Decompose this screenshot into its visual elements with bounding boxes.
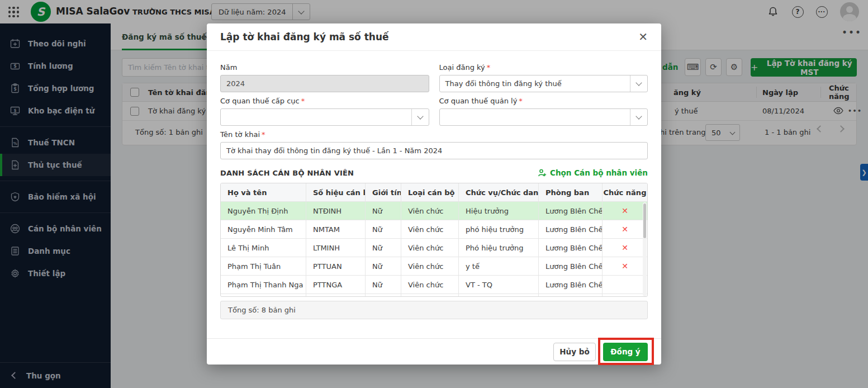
modal-header: Lập tờ khai đăng ký mã số thuế ✕ — [207, 23, 661, 51]
year-label: Năm — [220, 63, 429, 72]
staff-row[interactable]: Nguyễn Minh Tâm NMTAM Nữ Viên chức phó h… — [221, 220, 647, 239]
staff-table: Họ và tên Số hiệu cán bộ Giới tính Loại … — [220, 183, 648, 297]
create-declaration-modal: Lập tờ khai đăng ký mã số thuế ✕ Năm 202… — [207, 23, 661, 365]
staff-total: Tổng số: 8 bản ghi — [220, 301, 648, 319]
app-root: S MISA SalaGov TRƯỜNG THCS MISA Dữ liệu … — [0, 0, 868, 388]
year-input: 2024 — [220, 75, 429, 92]
declaration-name-input[interactable]: Tờ khai thay đổi thông tin đăng ký thuế … — [220, 142, 648, 159]
delete-row-icon[interactable]: ✕ — [622, 225, 628, 234]
modal-title: Lập tờ khai đăng ký mã số thuế — [220, 31, 389, 42]
department-tax-label: Cơ quan thuế cấp cục* — [220, 97, 429, 105]
department-tax-select[interactable] — [220, 108, 429, 126]
choose-staff-link[interactable]: Chọn Cán bộ nhân viên — [538, 168, 648, 177]
delete-row-icon[interactable]: ✕ — [622, 206, 628, 215]
staff-row[interactable]: Nguyễn Thị Định NTĐINH Nữ Viên chức Hiệu… — [221, 202, 647, 220]
modal-footer: Hủy bỏ Đồng ý — [207, 338, 661, 365]
staff-table-header: Họ và tên Số hiệu cán bộ Giới tính Loại … — [221, 183, 647, 202]
table-scrollbar[interactable] — [643, 202, 647, 296]
declaration-name-label: Tên tờ khai* — [220, 130, 648, 139]
staff-row[interactable]: Lê Thị Minh LTMINH Nữ Viên chức Phó hiệu… — [221, 239, 647, 257]
registration-type-label: Loại đăng ký* — [439, 63, 648, 72]
confirm-button[interactable]: Đồng ý — [603, 343, 648, 361]
cancel-button[interactable]: Hủy bỏ — [553, 343, 596, 361]
chevron-down-icon — [630, 116, 647, 119]
staff-row-partial — [221, 294, 647, 297]
chevron-down-icon — [630, 82, 647, 85]
user-plus-icon — [538, 168, 547, 177]
staff-row[interactable]: Phạm Thị Tuân PTTUAN Nữ Viên chức y tế L… — [221, 257, 647, 276]
delete-row-icon[interactable]: ✕ — [622, 243, 628, 252]
chevron-down-icon — [412, 116, 429, 119]
registration-type-select[interactable]: Thay đổi thông tin đăng ký thuế — [439, 75, 648, 92]
manager-tax-select[interactable] — [439, 108, 648, 126]
modal-body: Năm 2024 Loại đăng ký* Thay đổi thông ti… — [207, 51, 661, 338]
close-icon[interactable]: ✕ — [638, 31, 648, 42]
staff-row[interactable]: Phạm Thị Thanh Nga PTTNGA Nữ Viên chức V… — [221, 276, 647, 294]
staff-list-heading: DANH SÁCH CÁN BỘ NHÂN VIÊN — [220, 169, 354, 177]
manager-tax-label: Cơ quan thuế quản lý* — [439, 97, 648, 105]
delete-row-icon[interactable]: ✕ — [622, 262, 628, 271]
